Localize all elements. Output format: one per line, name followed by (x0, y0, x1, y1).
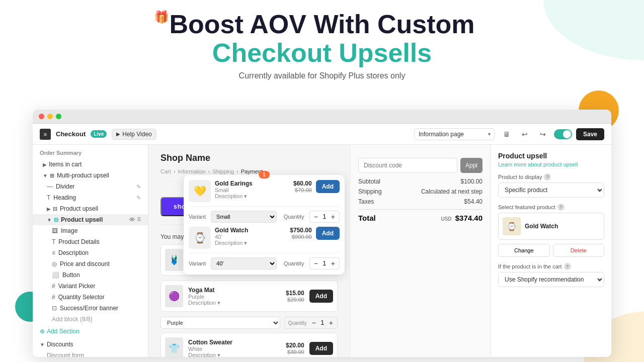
sidebar-item-image[interactable]: 🖼 Image (33, 225, 148, 236)
select-featured-label-text: Select featured product (498, 204, 555, 210)
popup-info-watch: Gold Watch 40' Description ▾ (215, 227, 286, 246)
upsell-thumb-yoga: 🟣 (165, 285, 183, 307)
discount-code-input[interactable] (358, 158, 457, 173)
hero-title-line1: Boost AOV With Custom (169, 10, 474, 39)
popup-qty-decrease-watch[interactable]: − (313, 259, 319, 267)
edit-icon[interactable]: ✎ (136, 184, 141, 190)
total-amount: $374.40 (455, 214, 482, 222)
undo-icon[interactable]: ↩ (518, 127, 532, 141)
chevron-down-icon-3: ▼ (40, 342, 45, 347)
sidebar-item-price-discount[interactable]: ◎ Price and discount (33, 258, 148, 269)
qty-increase-yoga[interactable]: + (328, 319, 334, 327)
discount-apply-button[interactable]: Appl (460, 158, 482, 173)
product-to-display-label: Product to display ? (498, 173, 604, 180)
help-video-button[interactable]: ▶ Help Video (112, 129, 156, 140)
info-icon-product-display[interactable]: ? (544, 173, 551, 180)
popup-item-earings: 💛 Gold Earings Small Description ▾ $60.0… (189, 180, 340, 207)
drag-icon[interactable]: ⠿ (137, 217, 141, 223)
app-toolbar: ≡ Checkout Live ▶ Help Video Information… (33, 124, 611, 145)
summary-taxes: Taxes $54.40 (358, 198, 482, 205)
popup-variant-select-earings[interactable]: Small (211, 211, 277, 223)
variant-select-yoga[interactable]: Purple (160, 317, 280, 329)
popup-variant-select-watch[interactable]: 40' (211, 257, 277, 269)
popup-qty-increase-watch[interactable]: + (330, 259, 336, 267)
checkout-label: Checkout (56, 130, 86, 138)
variant-label-earings: Variant (189, 214, 206, 220)
sidebar-item-variant-picker[interactable]: # Variant Picker (33, 281, 148, 292)
app-content: Order Summary ▶ Items in cart ▼ ⊞ Multi-… (33, 145, 611, 357)
popup-qty-value-earings: 1 (321, 213, 328, 220)
sidebar-add-block[interactable]: Add block (8/8) (33, 314, 148, 325)
sidebar-item-description[interactable]: ≡ Description (33, 247, 148, 258)
popup-variant-row-earings: Variant Small Quantity − 1 + (189, 211, 340, 223)
popup-add-watch[interactable]: Add (316, 227, 340, 240)
sidebar-label-discount-form: Discount form (47, 352, 84, 357)
window-minimize-dot[interactable] (47, 114, 53, 119)
popup-variant-row-watch: Variant 40' Quantity − 1 + (189, 257, 340, 269)
breadcrumb-sep-1: › (174, 168, 176, 174)
sidebar-label-items-in-cart: Items in cart (49, 161, 82, 168)
popup-qty-decrease-earings[interactable]: − (313, 213, 319, 221)
add-section-label: Add Section (47, 328, 79, 335)
breadcrumb-shipping: Shipping (212, 168, 234, 174)
sidebar-item-success-error[interactable]: ⊡ Success/Error banner (33, 303, 148, 314)
hero-title-line2: Checkout Upsells (169, 39, 474, 67)
popup-name-earings: Gold Earings (215, 180, 289, 187)
chevron-down-icon: ▼ (43, 173, 48, 178)
sidebar-item-product-upsell-active[interactable]: ▼ ⊟ Product upsell 👁 ⠿ (33, 214, 148, 225)
left-sidebar: Order Summary ▶ Items in cart ▼ ⊞ Multi-… (33, 145, 148, 357)
add-section-button[interactable]: ⊕ Add Section (33, 325, 148, 338)
taxes-value: $54.40 (464, 198, 482, 205)
visibility-icon[interactable]: 👁 (129, 217, 135, 223)
popup-prices-earings: $60.00 $70.00 (293, 180, 312, 193)
sidebar-discount-form[interactable]: Discount form (33, 350, 148, 357)
right-panel-learn-more[interactable]: Learn more about product upsell (498, 161, 604, 167)
delete-product-button[interactable]: Delete (553, 244, 605, 257)
page-dropdown[interactable]: Information page (414, 128, 495, 140)
featured-product-thumb: ⌚ (503, 217, 521, 235)
upsell-desc-sweater: Description ▾ (188, 352, 281, 357)
product-display-select-wrap: Specific product (498, 183, 604, 198)
sidebar-item-multi-product-upsell[interactable]: ▼ ⊞ Multi-product upsell (33, 170, 148, 181)
sidebar-item-heading[interactable]: T Heading ✎ (33, 192, 148, 203)
sidebar-item-items-in-cart[interactable]: ▶ Items in cart (33, 159, 148, 170)
button-icon: ⬜ (52, 272, 59, 279)
qty-value-yoga: 1 (319, 319, 326, 326)
sidebar-item-product-details[interactable]: T Product Details (33, 236, 148, 247)
desktop-icon[interactable]: 🖥 (500, 127, 514, 141)
sidebar-item-product-upsell-parent[interactable]: ▶ ⊟ Product upsell (33, 203, 148, 214)
upsell-desc-yoga: Description ▾ (188, 300, 281, 306)
redo-icon[interactable]: ↪ (536, 127, 550, 141)
qty-decrease-yoga[interactable]: − (311, 319, 317, 327)
popup-add-earings[interactable]: Add (316, 180, 340, 193)
usd-label: USD (441, 216, 451, 222)
breadcrumb-information: Information (178, 168, 205, 174)
info-icon-featured[interactable]: ? (557, 204, 565, 211)
window-maximize-dot[interactable] (56, 114, 61, 119)
featured-product-buttons: Change Delete (498, 244, 604, 257)
sidebar-item-button[interactable]: ⬜ Button (33, 269, 148, 281)
popup-qty-increase-earings[interactable]: + (330, 213, 336, 221)
upsell-prices-yoga: $15.00 $20.00 (286, 290, 304, 303)
upsell-name-yoga: Yoga Mat (188, 287, 281, 294)
add-button-yoga[interactable]: Add (309, 290, 333, 303)
if-in-cart-select[interactable]: Use Shopify recommendation (498, 272, 604, 287)
if-in-cart-label-text: If the product is in the cart (498, 263, 562, 269)
hero-header: 🎁 Boost AOV With Custom Checkout Upsells… (0, 10, 644, 80)
total-label: Total (358, 214, 376, 222)
sidebar-item-quantity-selector[interactable]: # Quantity Selector (33, 292, 148, 303)
info-icon-in-cart[interactable]: ? (564, 263, 571, 270)
order-summary-title: Order Summary (33, 145, 148, 159)
add-button-sweater[interactable]: Add (309, 342, 333, 355)
right-panel-title: Product upsell (498, 152, 604, 160)
edit-icon-2[interactable]: ✎ (136, 195, 141, 201)
product-display-select[interactable]: Specific product (498, 183, 604, 198)
sidebar-discounts[interactable]: ▼ Discounts (33, 338, 148, 350)
toggle-switch[interactable] (554, 129, 572, 139)
window-close-dot[interactable] (39, 114, 44, 119)
sidebar-item-divider[interactable]: — Divider ✎ (33, 181, 148, 192)
select-featured-product-field: Select featured product ? ⌚ Gold Watch C… (498, 204, 604, 257)
sidebar-label-variant-picker: Variant Picker (58, 283, 96, 290)
change-product-button[interactable]: Change (498, 244, 550, 257)
save-button[interactable]: Save (576, 128, 604, 140)
